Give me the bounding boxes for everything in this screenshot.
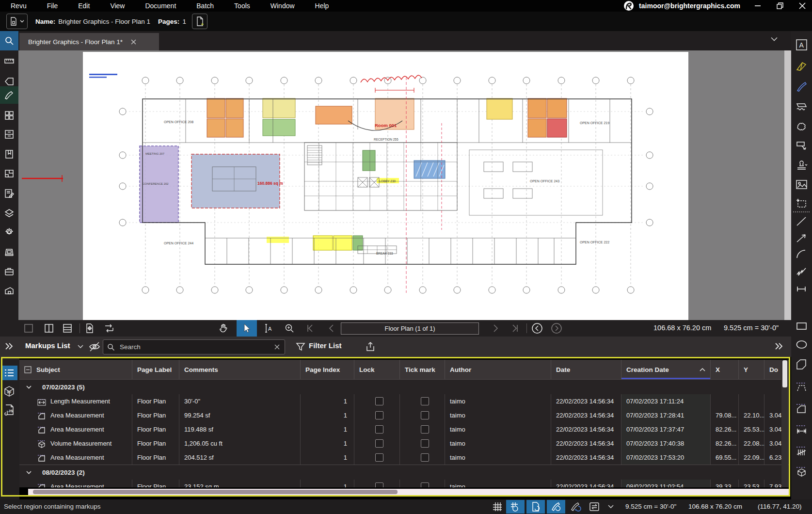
callout-tool-icon[interactable] xyxy=(796,140,808,152)
restore-button[interactable] xyxy=(775,1,785,10)
perimeter-measurement-tool-icon[interactable] xyxy=(796,381,808,393)
reuse-chevron-icon[interactable] xyxy=(605,501,617,513)
document-canvas[interactable]: OPEN OFFICE 208 Room 001 RECEPTION 255 L… xyxy=(18,50,791,320)
menu-view[interactable]: View xyxy=(108,2,127,10)
count-measurement-tool-icon[interactable] xyxy=(796,445,808,457)
clear-search-icon[interactable] xyxy=(274,344,280,350)
tab-floor-plan[interactable]: Brighter Graphics - Floor Plan 1* xyxy=(19,33,159,50)
table-vertical-scrollbar[interactable] xyxy=(781,360,788,487)
highlighter-tool-icon[interactable] xyxy=(796,60,808,72)
cloud-tool-icon[interactable] xyxy=(796,120,808,132)
area-measurement-tool-icon[interactable] xyxy=(796,402,808,415)
zoom-tool-icon[interactable] xyxy=(284,323,295,334)
column-header-date[interactable]: Date xyxy=(551,360,621,379)
column-header-author[interactable]: Author xyxy=(445,360,551,379)
studio-home-icon[interactable] xyxy=(4,286,15,297)
snapshot-tool-icon[interactable] xyxy=(796,197,808,209)
single-page-view-icon[interactable] xyxy=(23,323,34,334)
image-tool-icon[interactable] xyxy=(796,178,808,191)
pan-hand-icon[interactable] xyxy=(218,323,229,334)
menu-help[interactable]: Help xyxy=(313,2,331,10)
menu-edit[interactable]: Edit xyxy=(76,2,92,10)
arc-tool-icon[interactable] xyxy=(796,248,808,260)
file-access-icon[interactable] xyxy=(4,129,15,140)
previous-view-icon[interactable] xyxy=(531,322,543,334)
ellipse-tool-icon[interactable] xyxy=(796,338,808,351)
grid-toggle-icon[interactable] xyxy=(492,501,503,513)
fit-page-icon[interactable] xyxy=(84,323,95,334)
collapse-panel-chevrons-icon[interactable] xyxy=(5,342,14,350)
tick-mark-checkbox[interactable] xyxy=(421,453,429,462)
3d-model-tree-panel-tab[interactable]: 3D xyxy=(1,384,17,399)
reuse-markup-toggle[interactable] xyxy=(589,501,600,513)
filter-list-button[interactable]: Filter List xyxy=(309,341,342,350)
javascript-panel-tab[interactable]: JS xyxy=(1,402,17,417)
sketch-to-scale-icon[interactable] xyxy=(570,501,582,513)
lock-checkbox[interactable] xyxy=(375,411,383,419)
snap-to-markup-toggle[interactable] xyxy=(547,500,565,514)
table-row[interactable]: Area Measurement Floor Plan 204.512 sf 1… xyxy=(19,450,789,465)
markups-list-title[interactable]: Markups List xyxy=(25,341,70,350)
next-page-icon[interactable] xyxy=(490,323,500,334)
first-page-icon[interactable] xyxy=(305,323,316,334)
column-header-y[interactable]: Y xyxy=(739,360,764,379)
snap-to-document-toggle[interactable] xyxy=(526,500,545,514)
tick-mark-checkbox[interactable] xyxy=(421,397,429,405)
thumbnails-icon[interactable] xyxy=(4,168,15,179)
text-box-tool-icon[interactable]: A xyxy=(796,39,808,51)
group-collapse-chevron-icon[interactable] xyxy=(26,471,32,474)
lock-checkbox[interactable] xyxy=(375,425,383,434)
menu-revu[interactable]: Revu xyxy=(9,2,29,10)
table-horizontal-scrollbar[interactable] xyxy=(28,489,789,495)
continuous-view-icon[interactable] xyxy=(62,323,73,334)
table-row[interactable]: Length Measurement Floor Plan 30'-0" 1 t… xyxy=(19,394,789,408)
column-header-x[interactable]: X xyxy=(711,360,739,379)
close-button[interactable] xyxy=(797,1,807,10)
menu-tools[interactable]: Tools xyxy=(232,2,252,10)
table-row[interactable]: Area Measurement Floor Plan 119.488 sf 1… xyxy=(19,422,789,436)
scrollbar-thumb[interactable] xyxy=(33,490,398,494)
group-collapse-chevron-icon[interactable] xyxy=(26,386,32,389)
menu-batch[interactable]: Batch xyxy=(194,2,216,10)
ruler-icon[interactable] xyxy=(4,56,15,66)
markups-search-box[interactable] xyxy=(103,339,285,354)
insert-page-button[interactable] xyxy=(192,14,207,29)
bookmarks-icon[interactable] xyxy=(4,149,15,160)
column-header-comments[interactable]: Comments xyxy=(179,360,301,379)
search-input[interactable] xyxy=(119,343,270,351)
export-share-icon[interactable] xyxy=(365,341,376,353)
volume-measurement-tool-icon[interactable] xyxy=(796,466,808,478)
tab-list-chevron-icon[interactable] xyxy=(771,37,778,41)
column-header-page-index[interactable]: Page Index xyxy=(301,360,354,379)
tag-icon[interactable] xyxy=(4,76,15,87)
table-row[interactable]: Area Measurement Floor Plan 23.152 sq m … xyxy=(19,480,789,487)
select-cursor-icon[interactable] xyxy=(241,323,252,334)
column-header-lock[interactable]: Lock xyxy=(354,360,400,379)
polyline-tool-icon[interactable] xyxy=(796,266,808,278)
next-view-icon[interactable] xyxy=(551,322,562,334)
pen-tool-icon[interactable] xyxy=(796,80,808,93)
page-indicator[interactable]: Floor Plan (1 of 1) xyxy=(341,322,479,335)
search-panel-tab[interactable] xyxy=(0,31,18,50)
sets-briefcase-icon[interactable] xyxy=(4,266,15,277)
spaces-icon[interactable] xyxy=(4,246,15,257)
length-measurement-tool-icon[interactable] xyxy=(796,424,808,436)
tick-mark-checkbox[interactable] xyxy=(421,411,429,419)
column-header-tick-mark[interactable]: Tick mark xyxy=(400,360,445,379)
tick-mark-checkbox[interactable] xyxy=(421,425,429,434)
markups-list-chevron-icon[interactable] xyxy=(78,345,83,349)
hide-markups-icon[interactable] xyxy=(88,341,101,353)
previous-page-icon[interactable] xyxy=(327,323,337,334)
polygon-tool-icon[interactable] xyxy=(796,359,808,371)
group-row[interactable]: 07/02/2023 (5) xyxy=(19,379,789,394)
tool-chest-grid-icon[interactable] xyxy=(4,110,15,121)
minimize-button[interactable] xyxy=(753,1,763,10)
group-row[interactable]: 08/02/2023 (2) xyxy=(19,465,789,480)
account-info[interactable]: taimoor@brightergraphics.com xyxy=(623,0,740,11)
settings-gear-icon[interactable] xyxy=(4,227,15,238)
tick-mark-checkbox[interactable] xyxy=(421,482,429,487)
lock-checkbox[interactable] xyxy=(375,453,383,462)
collapse-all-icon[interactable] xyxy=(24,366,32,373)
underline-tool-icon[interactable] xyxy=(796,101,808,113)
select-text-icon[interactable]: A xyxy=(263,323,274,334)
